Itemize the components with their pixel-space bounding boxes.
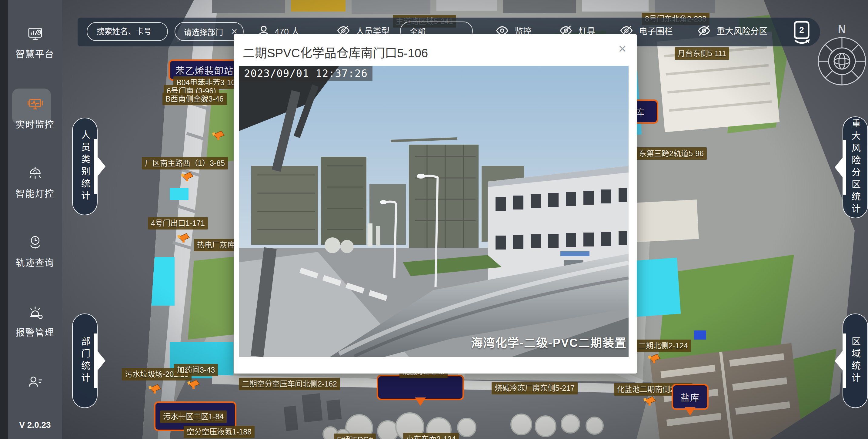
left-sidebar: 智慧平台 实时监控 智能灯控 轨迹查询 bbox=[0, 0, 62, 439]
contacts-icon bbox=[27, 374, 44, 390]
camera-icon[interactable] bbox=[181, 172, 194, 182]
sidebar-item-smart-platform[interactable]: 智慧平台 bbox=[8, 26, 62, 60]
sidebar-item-label: 实时监控 bbox=[8, 117, 62, 130]
view-mode-toggle[interactable]: 2 bbox=[790, 20, 813, 44]
zone-pointer bbox=[685, 407, 695, 421]
camera-label[interactable]: 小车东面2-134 bbox=[403, 433, 459, 439]
sidebar-item-smart-lighting[interactable]: 智能灯控 bbox=[8, 165, 62, 200]
app-version: V 2.0.23 bbox=[8, 420, 62, 430]
search-input[interactable] bbox=[96, 27, 161, 37]
camera-label[interactable]: 二期北侧2-124 bbox=[635, 340, 691, 352]
camera-label[interactable]: 5#和FDC# bbox=[334, 434, 376, 439]
tab-label: 人员类别统计 bbox=[78, 130, 92, 203]
camera-label[interactable]: 二期空分空压车间北侧2-162 bbox=[239, 378, 340, 390]
sidebar-edge-strip bbox=[0, 0, 8, 439]
camera-label[interactable]: 厂区南主路西（1）3-85 bbox=[142, 157, 228, 170]
sidebar-item-label: 智慧平台 bbox=[8, 47, 62, 60]
eye-off-icon[interactable] bbox=[696, 24, 712, 37]
camera-photo bbox=[239, 66, 628, 357]
expand-arrow-icon[interactable] bbox=[834, 333, 846, 388]
trajectory-icon bbox=[27, 234, 44, 251]
alarm-icon bbox=[27, 304, 44, 321]
camera-watermark: 海湾化学-二级-PVC二期装置 bbox=[471, 333, 627, 350]
zone-pointer bbox=[415, 398, 426, 411]
camera-icon[interactable] bbox=[644, 396, 657, 406]
modal-title: 二期SPVC化学品仓库南门口5-106 bbox=[243, 43, 428, 61]
camera-icon[interactable] bbox=[212, 130, 225, 141]
camera-feed-image: 2023/09/01 12:37:26 海湾化学-二级-PVC二期装置 bbox=[239, 66, 628, 357]
smart-light-icon bbox=[27, 165, 44, 182]
tab-area-stats[interactable]: 区域统计 bbox=[842, 314, 868, 408]
sidebar-item-label: 智能灯控 bbox=[8, 186, 62, 200]
camera-icon[interactable] bbox=[648, 353, 661, 364]
dashboard-icon bbox=[27, 26, 44, 42]
mode-badge-number: 2 bbox=[799, 25, 804, 35]
camera-icon[interactable] bbox=[149, 384, 162, 394]
close-icon[interactable]: × bbox=[618, 41, 626, 56]
camera-icon[interactable] bbox=[177, 233, 191, 243]
zone-label[interactable] bbox=[377, 375, 464, 400]
department-select[interactable]: 请选择部门 ✕ bbox=[175, 22, 244, 41]
camera-icon[interactable] bbox=[187, 379, 200, 389]
sidebar-item-realtime-monitor[interactable]: 实时监控 bbox=[8, 96, 62, 130]
tab-department-stats[interactable]: 部门统计 bbox=[72, 314, 98, 408]
camera-label[interactable]: 污水一区二区1-84 bbox=[160, 410, 227, 423]
camera-label[interactable]: 热电厂灰库 bbox=[194, 239, 238, 251]
compass-north-label: N bbox=[831, 23, 853, 36]
search-pill[interactable] bbox=[87, 22, 168, 41]
camera-label[interactable]: 东第三跨2轨道5-96 bbox=[636, 147, 707, 160]
department-placeholder: 请选择部门 bbox=[184, 26, 231, 37]
layer-toggle-label: 重大风险分区 bbox=[716, 25, 767, 37]
expand-arrow-icon[interactable] bbox=[94, 139, 106, 194]
camera-label[interactable]: 4号门出口1-171 bbox=[148, 217, 208, 230]
sidebar-item-trajectory-query[interactable]: 轨迹查询 bbox=[8, 234, 62, 269]
camera-label[interactable]: B西南侧全貌3-46 bbox=[162, 93, 227, 105]
expand-arrow-icon[interactable] bbox=[834, 140, 846, 195]
layer-toggle-label: 电子围栏 bbox=[639, 25, 673, 37]
tab-label: 区域统计 bbox=[848, 336, 862, 385]
camera-label[interactable]: 空分空压液氮1-188 bbox=[184, 426, 255, 438]
realtime-monitor-icon bbox=[27, 96, 44, 113]
expand-arrow-icon[interactable] bbox=[94, 333, 106, 388]
compass[interactable] bbox=[816, 36, 867, 87]
sidebar-item-label: 报警管理 bbox=[8, 325, 62, 338]
camera-label[interactable]: 烧碱冷冻厂房东侧5-217 bbox=[492, 382, 578, 394]
tab-label: 部门统计 bbox=[78, 336, 92, 385]
sidebar-item-alarm-management[interactable]: 报警管理 bbox=[8, 304, 62, 338]
camera-timestamp: 2023/09/01 12:37:26 bbox=[239, 66, 372, 81]
tab-major-risk-zone-stats[interactable]: 重大风险分区统计 bbox=[842, 116, 868, 218]
tab-label: 重大风险分区统计 bbox=[848, 119, 862, 216]
zone-label[interactable]: 盐库 bbox=[672, 384, 709, 410]
camera-label[interactable]: 加药间3-43 bbox=[174, 364, 218, 376]
tab-person-category-stats[interactable]: 人员类别统计 bbox=[72, 118, 98, 215]
sidebar-item-contacts[interactable] bbox=[8, 374, 62, 395]
camera-feed-modal: 二期SPVC化学品仓库南门口5-106 × bbox=[234, 34, 637, 374]
layer-toggle[interactable]: 重大风险分区 bbox=[696, 24, 767, 37]
sidebar-item-label: 轨迹查询 bbox=[8, 255, 62, 269]
camera-label[interactable]: 月台东侧5-111 bbox=[675, 47, 729, 60]
